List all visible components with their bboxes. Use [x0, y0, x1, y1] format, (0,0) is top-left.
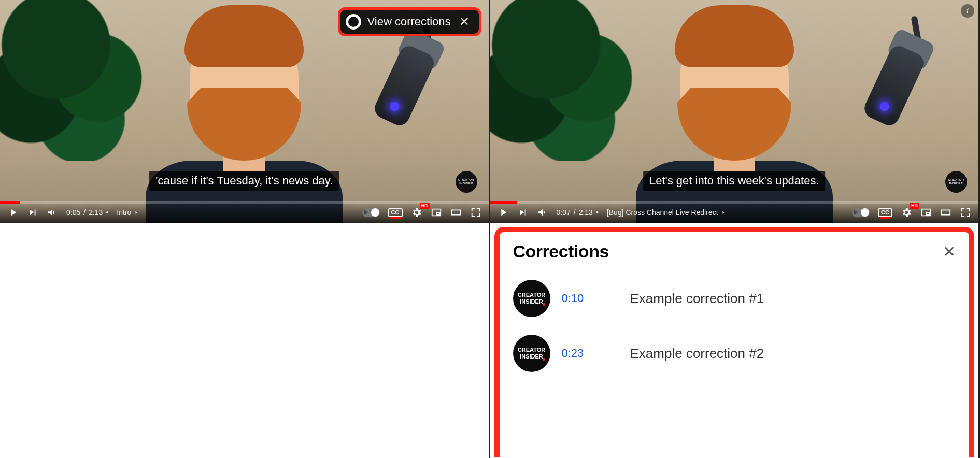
view-corrections-label: View corrections — [367, 15, 451, 28]
miniplayer-icon[interactable] — [431, 207, 442, 218]
video-player-right[interactable]: CREATOR INSIDER i Let's get into this we… — [490, 0, 979, 223]
channel-avatar-icon: CREATOR INSIDER — [513, 280, 550, 317]
subtitle-caption: Let's get into this week's updates. — [643, 171, 826, 191]
theater-icon[interactable] — [940, 207, 951, 218]
player-controls: 0:05 / 2:13 • Intro CC HD — [0, 202, 489, 223]
video-player-left[interactable]: CREATOR INSIDER View corrections ✕ 'caus… — [0, 0, 489, 223]
captions-button[interactable]: CC — [388, 208, 403, 217]
corrections-panel: Corrections ✕ CREATOR INSIDER 0:10 Examp… — [494, 227, 975, 457]
left-pane: CREATOR INSIDER View corrections ✕ 'caus… — [0, 0, 490, 458]
channel-badge: CREATOR INSIDER — [945, 171, 967, 193]
correction-item[interactable]: CREATOR INSIDER 0:23 Example correction … — [513, 335, 956, 372]
time-display: 0:07 / 2:13 • — [557, 208, 599, 217]
chapter-button[interactable]: [Bug] Cross Channel Live Redirect — [607, 208, 727, 217]
theater-icon[interactable] — [450, 207, 462, 218]
channel-avatar-icon: CREATOR INSIDER — [513, 335, 550, 372]
channel-avatar-icon — [346, 14, 361, 30]
view-corrections-button[interactable]: View corrections ✕ — [340, 10, 479, 34]
player-controls: 0:07 / 2:13 • [Bug] Cross Channel Live R… — [490, 202, 979, 223]
volume-icon[interactable] — [537, 207, 548, 218]
close-icon[interactable]: ✕ — [457, 16, 472, 28]
view-corrections-highlight: View corrections ✕ — [338, 7, 481, 36]
right-pane: CREATOR INSIDER i Let's get into this we… — [490, 0, 981, 458]
correction-text: Example correction #2 — [630, 346, 764, 362]
channel-badge: CREATOR INSIDER — [456, 171, 477, 193]
next-icon[interactable] — [517, 207, 529, 218]
chapter-button[interactable]: Intro — [117, 208, 139, 217]
correction-timestamp[interactable]: 0:10 — [562, 292, 598, 305]
next-icon[interactable] — [27, 207, 38, 218]
corrections-header: Corrections ✕ — [500, 232, 970, 269]
autoplay-toggle[interactable] — [362, 208, 380, 217]
fullscreen-icon[interactable] — [960, 207, 971, 218]
info-card-icon[interactable]: i — [961, 4, 974, 18]
corrections-list: CREATOR INSIDER 0:10 Example correction … — [500, 269, 970, 382]
play-icon[interactable] — [7, 207, 19, 218]
fullscreen-icon[interactable] — [470, 207, 481, 218]
corrections-title: Corrections — [513, 241, 609, 262]
video-frame: CREATOR INSIDER View corrections ✕ 'caus… — [0, 0, 489, 223]
captions-button[interactable]: CC — [878, 208, 892, 217]
play-icon[interactable] — [498, 207, 509, 218]
settings-icon[interactable]: HD — [411, 207, 422, 218]
settings-icon[interactable]: HD — [901, 207, 912, 218]
close-icon[interactable]: ✕ — [943, 242, 956, 261]
volume-icon[interactable] — [47, 207, 58, 218]
correction-timestamp[interactable]: 0:23 — [562, 347, 598, 360]
subtitle-caption: 'cause if it's Tuesday, it's news day. — [149, 171, 339, 191]
correction-item[interactable]: CREATOR INSIDER 0:10 Example correction … — [513, 280, 956, 317]
autoplay-toggle[interactable] — [852, 208, 870, 217]
correction-text: Example correction #1 — [630, 291, 764, 307]
time-display: 0:05 / 2:13 • — [66, 208, 108, 217]
video-frame: CREATOR INSIDER i Let's get into this we… — [490, 0, 979, 223]
miniplayer-icon[interactable] — [920, 207, 932, 218]
